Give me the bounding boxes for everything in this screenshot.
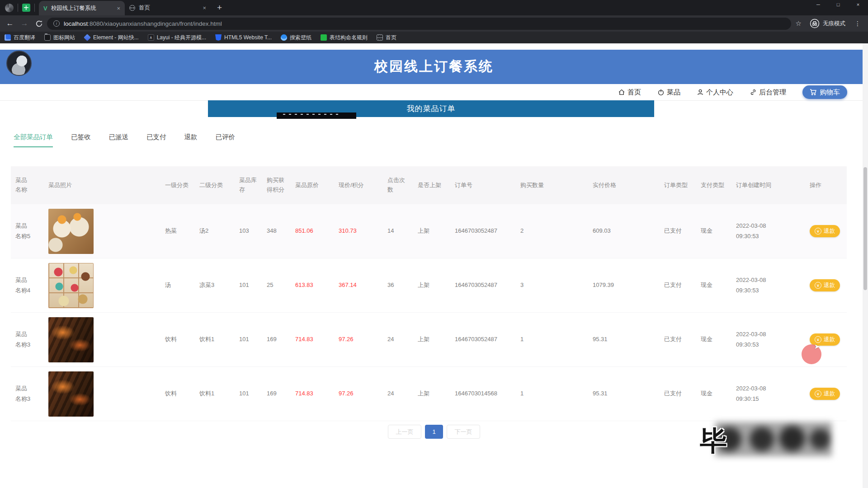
forward-button[interactable]: → — [18, 19, 31, 28]
bookmark-translate[interactable]: 百度翻译 — [5, 34, 35, 42]
nav-item-dish[interactable]: 菜品 — [657, 88, 680, 97]
browser-logo-icon[interactable] — [5, 4, 14, 12]
cell-price_cur: 310.73 — [334, 226, 383, 236]
url-path: :8080/xiaoyuanxianshangdingcan/front/ind… — [88, 20, 222, 27]
orders-table: 菜品名称菜品照片一级分类二级分类菜品库存购买获得积分菜品原价现价/积分点击次数是… — [11, 166, 847, 421]
order-tab-3[interactable]: 已支付 — [146, 133, 166, 147]
new-tab-button[interactable]: + — [217, 3, 222, 13]
bookmark-label: 图标网站 — [53, 34, 75, 42]
close-window-button[interactable]: × — [848, 0, 868, 10]
refund-label: 退款 — [824, 227, 835, 235]
site-logo-avatar[interactable] — [6, 51, 32, 76]
tab-title: 首页 — [139, 4, 199, 12]
cell-stock: 101 — [235, 389, 262, 399]
bookmark-html5[interactable]: HTML5 Website T... — [215, 34, 272, 41]
cell-status: 上架 — [413, 226, 450, 236]
bookmark-label: Element - 网站快... — [93, 34, 139, 42]
bookmark-folder[interactable]: 图标网站 — [44, 34, 75, 42]
bookmark-star-icon[interactable]: ☆ — [796, 19, 802, 28]
cell-photo — [37, 209, 160, 254]
browser-tab-inactive[interactable]: 首页 × — [125, 0, 211, 15]
prev-page-button[interactable]: 上一页 — [388, 425, 421, 439]
bookmark-wallpaper[interactable]: 搜索壁纸 — [281, 34, 311, 42]
bookmark-label: 首页 — [386, 34, 396, 42]
cell-photo — [37, 371, 160, 417]
user-icon — [697, 89, 704, 96]
bookmark-table-rules[interactable]: 表结构命名规则 — [321, 34, 368, 42]
order-tab-4[interactable]: 退款 — [184, 133, 198, 147]
url-text: localhost:8080/xiaoyuanxianshangdingcan/… — [64, 20, 222, 27]
cell-paid: 95.31 — [588, 334, 660, 344]
cell-order_no: 1646703014568 — [450, 389, 516, 399]
col-header-name: 菜品名称 — [11, 176, 37, 195]
cell-clicks: 24 — [383, 334, 413, 344]
incognito-badge: 无痕模式 — [810, 19, 845, 28]
cell-name: 菜品名称3 — [11, 384, 37, 404]
cell-cat1: 汤 — [160, 280, 195, 290]
cell-qty: 1 — [516, 389, 588, 399]
pinned-extension-icon[interactable] — [22, 4, 30, 12]
nav-item-label: 首页 — [627, 88, 641, 97]
order-tab-2[interactable]: 已派送 — [109, 133, 129, 147]
element-icon — [84, 34, 91, 41]
maximize-button[interactable]: □ — [828, 0, 848, 10]
cell-price_orig: 851.06 — [291, 226, 334, 236]
minimize-button[interactable]: ─ — [808, 0, 828, 10]
cell-cat1: 饮料 — [160, 389, 195, 399]
refund-button[interactable]: ¥退款 — [810, 279, 840, 291]
current-page[interactable]: 1 — [425, 425, 443, 439]
refund-label: 退款 — [824, 336, 835, 343]
bookmark-element[interactable]: Element - 网站快... — [84, 34, 139, 42]
cell-points: 25 — [262, 280, 291, 290]
site-info-icon[interactable]: i — [53, 20, 60, 27]
cell-action: ¥退款 — [805, 333, 847, 346]
scrollbar-thumb[interactable] — [863, 167, 867, 290]
cell-photo — [37, 263, 160, 308]
col-header-price_orig: 菜品原价 — [291, 181, 334, 190]
bookmark-layui[interactable]: ∧Layui - 经典开源模... — [148, 34, 206, 42]
page-scrollbar — [863, 43, 868, 488]
back-button[interactable]: ← — [4, 19, 16, 28]
col-header-stock: 菜品库存 — [235, 176, 262, 195]
col-header-status: 是否上架 — [413, 181, 450, 190]
main-nav: 首页菜品个人中心后台管理 购物车 — [0, 84, 868, 101]
cell-qty: 1 — [516, 334, 588, 344]
incognito-icon — [810, 19, 820, 28]
close-tab-icon[interactable]: × — [203, 5, 206, 11]
browser-menu-icon[interactable]: ⋮ — [854, 20, 861, 27]
nav-item-user[interactable]: 个人中心 — [697, 88, 733, 97]
yen-icon: ¥ — [815, 336, 821, 343]
next-page-button[interactable]: 下一页 — [447, 425, 480, 439]
order-tab-0[interactable]: 全部菜品订单 — [14, 133, 53, 147]
nav-item-label: 后台管理 — [759, 88, 786, 97]
cart-icon — [810, 89, 817, 96]
wallpaper-icon — [281, 34, 287, 41]
col-header-order_no: 订单号 — [450, 181, 516, 190]
reload-button[interactable] — [33, 20, 45, 28]
refund-button[interactable]: ¥退款 — [810, 388, 840, 400]
url-host: localhost — [64, 20, 88, 27]
bookmark-label: 搜索壁纸 — [290, 34, 311, 42]
refund-label: 退款 — [824, 282, 835, 289]
close-tab-icon[interactable]: × — [117, 5, 120, 12]
cell-pay_type: 现金 — [696, 280, 731, 290]
cell-action: ¥退款 — [805, 388, 847, 400]
order-tab-5[interactable]: 已评价 — [216, 133, 236, 147]
cart-button[interactable]: 购物车 — [802, 85, 847, 99]
nav-item-admin[interactable]: 后台管理 — [750, 88, 786, 97]
cell-paid: 1079.39 — [588, 280, 660, 290]
yen-icon: ¥ — [815, 390, 821, 397]
cell-cat2: 汤2 — [195, 226, 235, 236]
cell-points: 348 — [262, 226, 291, 236]
cell-price_orig: 714.83 — [291, 334, 334, 344]
dish-photo — [48, 371, 94, 417]
cursor-arrow-icon: ➤ — [814, 343, 820, 351]
address-bar[interactable]: i localhost:8080/xiaoyuanxianshangdingca… — [47, 18, 791, 30]
refund-button[interactable]: ¥退款 — [810, 225, 840, 237]
table-rules-icon — [321, 34, 327, 41]
dish-photo — [48, 263, 94, 308]
browser-tab-active[interactable]: V 校园线上订餐系统 × — [39, 1, 125, 15]
nav-item-home[interactable]: 首页 — [618, 88, 641, 97]
order-tab-1[interactable]: 已签收 — [71, 133, 91, 147]
bookmark-globe[interactable]: 首页 — [377, 34, 396, 42]
